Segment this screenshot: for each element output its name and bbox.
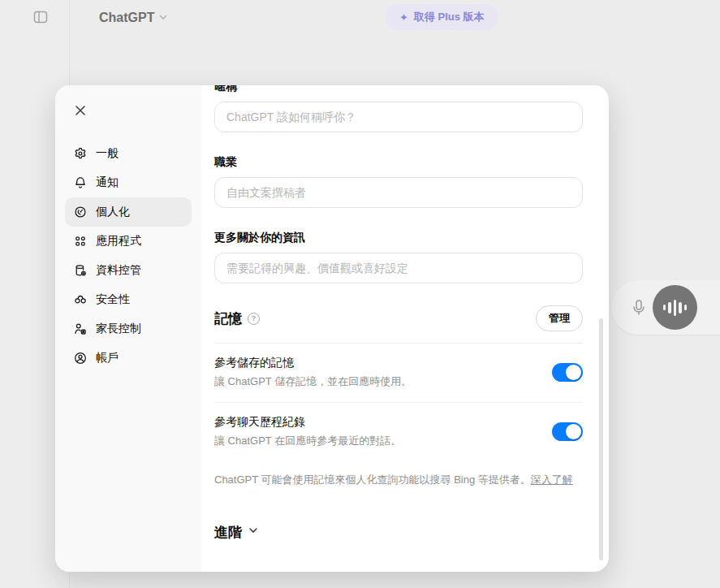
advanced-label: 進階 [214,523,242,542]
occupation-input[interactable] [214,177,583,208]
app-title-text: ChatGPT [99,11,154,25]
gear-icon [73,146,88,161]
model-switcher[interactable]: ChatGPT [99,8,168,28]
sidebar-item-apps[interactable]: 應用程式 [65,227,192,256]
settings-dialog: 一般 通知 個人化 [55,85,609,572]
advanced-section-toggle[interactable]: 進階 [214,523,259,542]
chat-history-title: 參考聊天歷程紀錄 [214,415,401,430]
chevron-down-icon [248,524,259,540]
manage-memory-button[interactable]: 管理 [536,305,583,331]
sidebar-item-label: 一般 [96,146,119,161]
sidebar-item-label: 個人化 [96,205,130,219]
sidebar-item-account[interactable]: 帳戶 [65,344,192,373]
sidebar-item-label: 帳戶 [96,351,119,365]
get-plus-label: 取得 Plus 版本 [414,10,485,24]
sidebar-item-label: 安全性 [96,292,130,307]
account-icon [73,351,88,365]
get-plus-button[interactable]: ✦ 取得 Plus 版本 [386,4,498,30]
occupation-label: 職業 [214,155,583,170]
sidebar-item-label: 應用程式 [96,234,141,249]
dial-icon [73,205,88,219]
scrollbar[interactable] [599,318,603,560]
nickname-label: 暱稱 [214,85,583,94]
chat-composer [611,280,720,335]
sidebar-item-security[interactable]: 安全性 [65,285,192,314]
key-icon [73,292,88,307]
saved-memories-title: 參考儲存的記憶 [214,356,412,370]
sidebar-item-general[interactable]: 一般 [65,139,192,168]
help-icon[interactable]: ? [248,313,260,325]
parental-icon [73,322,88,336]
microphone-icon[interactable] [629,298,649,318]
bell-icon [73,175,88,190]
sidebar-item-data-controls[interactable]: 資料控管 [65,256,192,285]
sidebar-item-label: 資料控管 [96,263,141,278]
sidebar-item-label: 通知 [96,175,119,190]
about-you-label: 更多關於你的資訊 [214,231,583,245]
saved-memories-description: 讓 ChatGPT 儲存記憶，並在回應時使用。 [214,374,412,389]
memory-title: 記憶 [214,309,242,328]
memory-footnote-text: ChatGPT 可能會使用記憶來個人化查詢功能以搜尋 Bing 等提供者。 [214,473,531,486]
about-you-input[interactable] [214,253,583,283]
sidebar-item-label: 家長控制 [96,322,141,336]
saved-memories-row: 參考儲存的記憶 讓 ChatGPT 儲存記憶，並在回應時使用。 [214,344,583,403]
sparkle-icon: ✦ [399,11,408,24]
settings-nav: 一般 通知 個人化 [65,139,192,373]
database-icon [73,263,88,278]
chat-history-toggle[interactable] [552,422,583,441]
memory-header: 記憶 ? 管理 [214,305,583,331]
sidebar-item-notifications[interactable]: 通知 [65,168,192,197]
sidebar-item-personalization[interactable]: 個人化 [65,197,192,227]
voice-mode-button[interactable] [653,285,697,330]
apps-icon [73,234,88,249]
waveform-icon [663,305,666,310]
settings-sidebar: 一般 通知 個人化 [55,85,201,572]
chat-history-description: 讓 ChatGPT 在回應時參考最近的對話。 [214,434,401,448]
chevron-down-icon [158,11,168,25]
saved-memories-toggle[interactable] [552,363,583,382]
personalization-panel: 暱稱 職業 更多關於你的資訊 記憶 ? 管理 參考儲存的記憶 讓 ChatGPT… [201,85,609,572]
sidebar-toggle-icon[interactable] [31,7,50,27]
memory-footnote: ChatGPT 可能會使用記憶來個人化查詢功能以搜尋 Bing 等提供者。深入了… [214,473,583,488]
close-icon[interactable] [68,98,93,123]
learn-more-link[interactable]: 深入了解 [531,473,573,486]
sidebar-item-parental-controls[interactable]: 家長控制 [65,314,192,344]
chat-history-row: 參考聊天歷程紀錄 讓 ChatGPT 在回應時參考最近的對話。 [214,403,583,461]
nickname-input[interactable] [214,102,583,132]
